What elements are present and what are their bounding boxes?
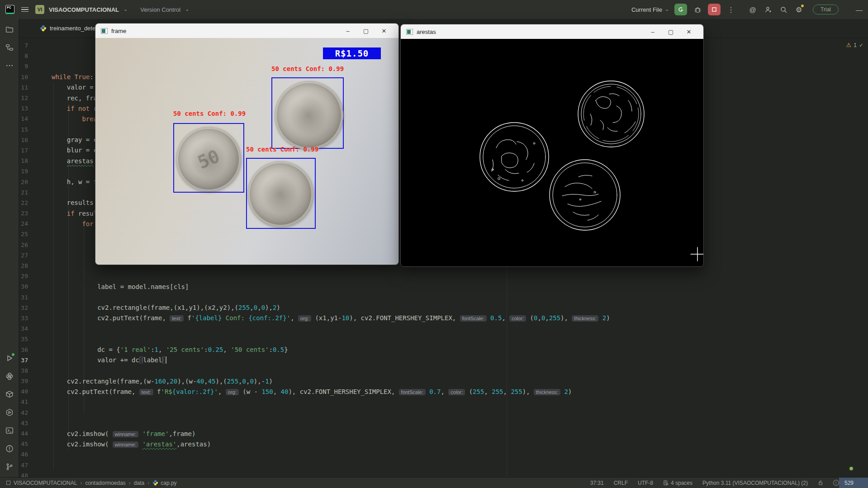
folder-icon: [5, 25, 14, 33]
terminal-tool-button[interactable]: [4, 425, 15, 436]
line-number: 12: [19, 95, 28, 101]
maximize-button[interactable]: ▢: [357, 28, 375, 34]
chevron-down-icon: ⌄: [665, 6, 669, 12]
line-number: 23: [19, 210, 28, 217]
run-configuration-selector[interactable]: Current File ⌄: [631, 6, 669, 13]
code-line[interactable]: 44cv2.imshow( winname: 'frame',frame): [19, 428, 868, 439]
code-line[interactable]: 47: [19, 460, 868, 470]
problems-tool-button[interactable]: [4, 443, 15, 455]
more-actions-button[interactable]: ⋮: [726, 5, 736, 14]
code-line[interactable]: 38: [19, 365, 868, 376]
code-line[interactable]: 31: [19, 292, 868, 303]
line-number: 16: [19, 137, 28, 143]
run-tool-button[interactable]: [4, 352, 15, 364]
code-line[interactable]: 46: [19, 449, 868, 460]
pycharm-logo-icon: PC: [5, 5, 14, 14]
python-console-button[interactable]: [4, 370, 15, 382]
detection-label: 50 cents Conf: 0.99: [246, 146, 318, 153]
code-line[interactable]: 39cv2.rectangle(frame,(w-160,20),(w-40,4…: [19, 376, 868, 386]
breadcrumb-folder[interactable]: contadormoedas: [85, 480, 125, 486]
minimize-button[interactable]: –: [644, 28, 662, 35]
trial-badge[interactable]: Trial: [813, 5, 839, 14]
detection-label: 50 cents Conf: 0.99: [271, 65, 344, 72]
line-number: 26: [19, 242, 28, 248]
inspections-widget[interactable]: ⚠ 1 ✓: [846, 42, 863, 48]
code-line[interactable]: 40cv2.putText(frame, text: f'R${valor:.2…: [19, 386, 868, 397]
frame-window-title: frame: [111, 28, 335, 34]
project-selector[interactable]: VISAOCOMPUTACIONAL: [49, 6, 119, 13]
code-line[interactable]: 36dc = {'1 real':1, '25 cents':0.25, '50…: [19, 344, 868, 355]
status-bar: VISAOCOMPUTACIONAL › contadormoedas › da…: [0, 477, 868, 488]
python-file-icon: [152, 480, 158, 486]
window-minimize-button[interactable]: —: [856, 6, 863, 14]
python-icon: [5, 372, 14, 380]
line-number: 18: [19, 157, 28, 164]
code-line[interactable]: 35: [19, 334, 868, 344]
lock-widget[interactable]: [818, 480, 823, 486]
line-number: 25: [19, 231, 28, 237]
line-number: 39: [19, 378, 28, 384]
code-line[interactable]: 42: [19, 407, 868, 418]
structure-icon: [5, 43, 14, 52]
line-number: 9: [19, 63, 28, 70]
code-text: cv2.rectangle(frame,(w-160,20),(w-40,45)…: [52, 378, 273, 385]
version-control-menu[interactable]: Version Control: [140, 6, 180, 13]
code-with-me-button[interactable]: [763, 5, 773, 14]
code-text: rec, fra: [52, 95, 97, 102]
rerun-button[interactable]: [674, 4, 687, 15]
services-tool-button[interactable]: [4, 407, 15, 418]
main-toolbar: PC VI VISAOCOMPUTACIONAL ⌄ Version Contr…: [0, 0, 868, 19]
line-number: 20: [19, 179, 28, 185]
error-indicator-icon[interactable]: !: [833, 480, 839, 486]
encoding-widget[interactable]: UTF-8: [638, 480, 653, 486]
code-line[interactable]: 30label = model.names[cls]: [19, 281, 868, 292]
code-text: h, w = f: [52, 178, 97, 185]
code-line[interactable]: 33cv2.putText(frame, text: f'{label} Con…: [19, 313, 868, 323]
code-line[interactable]: 48: [19, 470, 868, 477]
close-button[interactable]: ✕: [680, 28, 698, 35]
code-line[interactable]: 37valor += dc[label]: [19, 355, 868, 365]
chevron-down-icon: ⌄: [123, 6, 128, 12]
code-line[interactable]: 43: [19, 418, 868, 428]
more-tools-button[interactable]: [4, 60, 15, 71]
terminal-icon: [5, 426, 14, 435]
git-branch-icon: [5, 463, 14, 471]
indent-widget[interactable]: 4 spaces: [663, 480, 693, 486]
breadcrumb-separator: ›: [147, 480, 149, 486]
breadcrumb-file[interactable]: cap.py: [161, 480, 176, 486]
code-line[interactable]: 29: [19, 271, 868, 281]
opencv-arestas-window[interactable]: arestas – ▢ ✕: [400, 24, 704, 267]
more-horizontal-icon: [5, 62, 14, 70]
close-button[interactable]: ✕: [375, 28, 393, 34]
python-packages-button[interactable]: [4, 389, 15, 400]
stop-button[interactable]: [708, 4, 721, 15]
memory-indicator[interactable]: 529: [839, 478, 868, 488]
breadcrumb-project[interactable]: VISAOCOMPUTACIONAL: [14, 480, 77, 486]
search-everywhere-button[interactable]: [778, 5, 788, 14]
code-text: cv2.imshow( winname: 'arestas',arestas): [52, 441, 211, 448]
frame-image-canvas: R$1.50 50 cents Conf: 0.99 50 cents Conf…: [95, 38, 398, 265]
project-tool-button[interactable]: [4, 24, 15, 35]
version-control-tool-button[interactable]: [4, 461, 15, 473]
main-menu-icon[interactable]: [19, 4, 31, 15]
code-line[interactable]: 34: [19, 323, 868, 334]
settings-notification-dot: [801, 5, 804, 7]
opencv-frame-window[interactable]: frame – ▢ ✕ R$1.50 50 cents Conf: 0.99 5…: [95, 23, 399, 265]
arestas-window-titlebar[interactable]: arestas – ▢ ✕: [401, 24, 703, 39]
interpreter-widget[interactable]: Python 3.11 (VISAOCOMPUTACIONAL) (2): [702, 480, 808, 486]
code-line[interactable]: 45cv2.imshow( winname: 'arestas',arestas…: [19, 439, 868, 449]
ai-assistant-icon[interactable]: @: [748, 5, 758, 14]
settings-button[interactable]: ⚙: [794, 5, 804, 14]
caret-position-widget[interactable]: 37:31: [590, 480, 604, 486]
maximize-button[interactable]: ▢: [662, 28, 680, 35]
frame-window-titlebar[interactable]: frame – ▢ ✕: [95, 24, 398, 38]
code-line[interactable]: 32cv2.rectangle(frame,(x1,y1),(x2,y2),(2…: [19, 303, 868, 313]
structure-tool-button[interactable]: [4, 42, 15, 53]
code-line[interactable]: 41: [19, 397, 868, 407]
line-separator-widget[interactable]: CRLF: [614, 480, 628, 486]
debug-button[interactable]: [693, 5, 702, 14]
minimize-button[interactable]: –: [339, 28, 357, 34]
line-number: 27: [19, 252, 28, 259]
crosshair-cursor: [691, 247, 704, 261]
breadcrumb-folder[interactable]: data: [134, 480, 144, 486]
